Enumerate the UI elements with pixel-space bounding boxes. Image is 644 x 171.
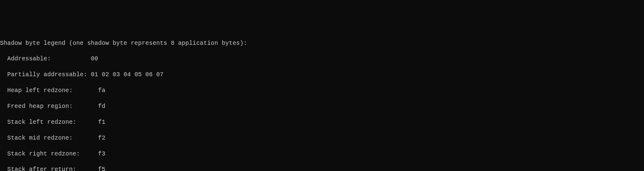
legend-value: f1 — [98, 119, 105, 126]
legend-label: Freed heap region: — [0, 103, 98, 111]
legend-row-freed-heap-region: Freed heap region: fd — [0, 103, 644, 111]
legend-value: 01 02 03 04 05 06 07 — [91, 71, 164, 79]
legend-title-row: Shadow byte legend (one shadow byte repr… — [0, 40, 644, 48]
legend-label: Addressable: — [0, 55, 91, 63]
legend-row-addressable: Addressable: 00 — [0, 55, 644, 63]
legend-row-stack-after-return: Stack after return: f5 — [0, 166, 644, 171]
legend-value: f3 — [98, 150, 105, 158]
legend-label: Stack mid redzone: — [0, 134, 98, 142]
terminal-output: Shadow byte legend (one shadow byte repr… — [0, 32, 644, 171]
legend-row-stack-right-redzone: Stack right redzone: f3 — [0, 150, 644, 158]
legend-value: f5 — [98, 166, 105, 171]
legend-label: Partially addressable: — [0, 71, 91, 79]
legend-row-heap-left-redzone: Heap left redzone: fa — [0, 87, 644, 95]
legend-row-stack-mid-redzone: Stack mid redzone: f2 — [0, 134, 644, 142]
legend-title: Shadow byte legend (one shadow byte repr… — [0, 40, 247, 48]
legend-label: Stack after return: — [0, 166, 98, 171]
legend-value: 00 — [91, 55, 98, 63]
legend-value: fa — [98, 87, 105, 95]
legend-label: Heap left redzone: — [0, 87, 98, 95]
legend-row-stack-left-redzone: Stack left redzone: f1 — [0, 119, 644, 126]
legend-label: Stack right redzone: — [0, 150, 98, 158]
legend-row-partially-addressable: Partially addressable: 01 02 03 04 05 06… — [0, 71, 644, 79]
legend-value: fd — [98, 103, 105, 111]
legend-value: f2 — [98, 134, 105, 142]
legend-label: Stack left redzone: — [0, 119, 98, 126]
